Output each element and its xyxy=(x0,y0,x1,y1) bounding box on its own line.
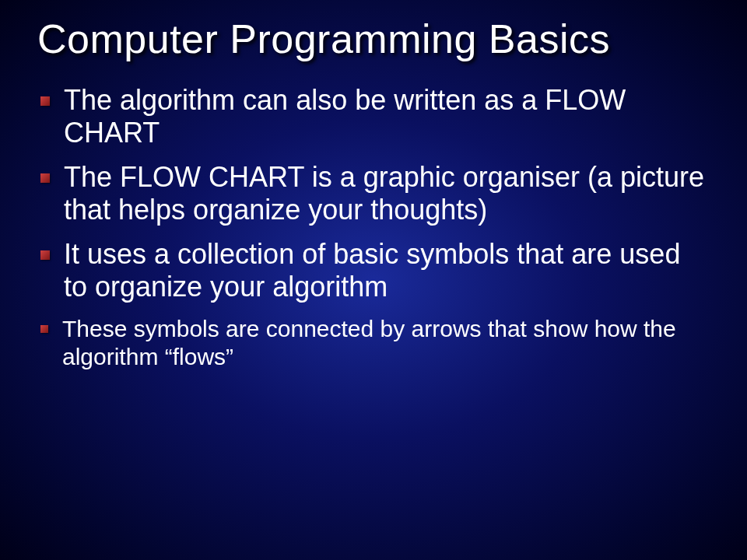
presentation-slide: Computer Programming Basics The algorith… xyxy=(0,0,747,560)
list-item: These symbols are connected by arrows th… xyxy=(40,315,710,372)
list-item: The algorithm can also be written as a F… xyxy=(40,84,710,150)
bullet-icon xyxy=(40,173,50,183)
list-item: The FLOW CHART is a graphic organiser (a… xyxy=(40,161,710,227)
bullet-text: It uses a collection of basic symbols th… xyxy=(64,238,710,304)
bullet-text: These symbols are connected by arrows th… xyxy=(62,315,710,372)
bullet-icon xyxy=(40,96,50,106)
bullet-text: The algorithm can also be written as a F… xyxy=(64,84,710,150)
bullet-icon xyxy=(40,325,48,333)
bullet-icon xyxy=(40,250,50,260)
slide-title: Computer Programming Basics xyxy=(37,16,710,62)
bullet-text: The FLOW CHART is a graphic organiser (a… xyxy=(64,161,710,227)
bullet-list: The algorithm can also be written as a F… xyxy=(37,84,710,372)
list-item: It uses a collection of basic symbols th… xyxy=(40,238,710,304)
